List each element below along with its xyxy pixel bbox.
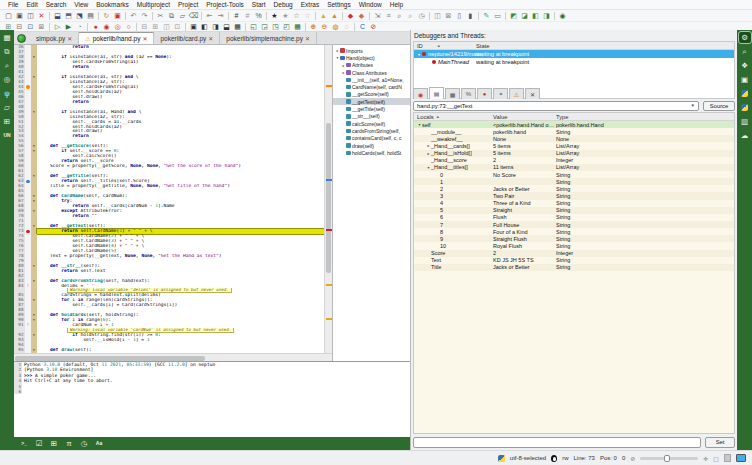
thread-row[interactable]: MainThreadwaiting at breakpoint [414, 58, 734, 66]
close-editor-icon[interactable]: ▣ [112, 11, 123, 20]
debug-script-icon[interactable]: ▶ [63, 22, 74, 31]
variable-row[interactable]: ▸_Hand__isHold[]5 itemsList/Array [414, 150, 734, 157]
zoom-fit-icon[interactable]: ◌ [341, 22, 352, 31]
outline-item-cardsfromstring-self-[interactable]: cardsFromString(self, [333, 127, 410, 134]
variable-row[interactable]: _Hand__score2Integer [414, 157, 734, 164]
uncomment-icon[interactable]: # [242, 11, 253, 20]
bookmark-next-icon[interactable]: ★ [280, 11, 291, 20]
autocomplete-icon[interactable]: ▭ [492, 11, 503, 20]
zoom-fit-icon[interactable]: ✛ [703, 455, 708, 462]
tile-icon[interactable]: ⊡ [172, 22, 183, 31]
undo-icon[interactable]: ↶ [128, 11, 139, 20]
error-prev-icon[interactable]: ◆ [356, 11, 367, 20]
reload-icon[interactable]: C [357, 22, 368, 31]
spelling-icon[interactable]: ✎ [481, 11, 492, 20]
threads-table-header[interactable]: ID▲ State [414, 42, 734, 50]
variable-row[interactable]: ▾self<pokerlib.hand.Hand obje...pokerlib… [414, 121, 734, 128]
warning-next-icon[interactable]: ▲ [318, 11, 329, 20]
search-icon[interactable]: ⌕ [394, 11, 405, 20]
tab-pokerlib-card-py[interactable]: pokerlib/card.py✕ [154, 32, 220, 44]
variable-row[interactable]: 0No ScoreString [414, 171, 734, 178]
menu-window[interactable]: Window [355, 0, 386, 9]
timer-icon[interactable]: ◷ [78, 438, 90, 449]
stack-frame-combobox[interactable]: hand.py:73:__getText▼ [413, 101, 699, 111]
save-all-icon[interactable]: ⬔ [74, 11, 85, 20]
variable-row[interactable]: Score2Integer [414, 250, 734, 257]
variables-tab[interactable]: ▦ [445, 88, 460, 99]
outline-item-containscard-self-c-c[interactable]: containsCard(self, c, c [333, 135, 410, 142]
search-next-icon[interactable]: ⌕ [405, 11, 416, 20]
save-icon[interactable]: ⬓ [52, 11, 63, 20]
outline-item-class-attributes[interactable]: ▸Class Attributes [333, 69, 410, 76]
eric-icon[interactable]: ◉ [557, 11, 568, 20]
indent-icon[interactable]: ⇥ [215, 11, 226, 20]
numbers-icon[interactable]: ⊞ [48, 438, 60, 449]
python-shell-icon[interactable] [739, 102, 751, 113]
vcs-status-icon[interactable]: ψ [1, 88, 13, 99]
trpreview-icon[interactable]: ◨ [541, 11, 552, 20]
bookmark-toggle-icon[interactable]: ★ [269, 11, 280, 20]
quickfind-mark-icon[interactable]: ⊠ [36, 22, 47, 31]
comment-icon[interactable]: # [231, 11, 242, 20]
quickfind-ext-icon[interactable]: ⊡ [25, 22, 36, 31]
variable-row[interactable]: 7Full HouseString [414, 221, 734, 228]
virtual-desktop-icon[interactable] [736, 454, 746, 462]
variable-row[interactable]: 10Royal FlushString [414, 242, 734, 249]
variable-row[interactable]: TextKD JS JH 5S TSString [414, 257, 734, 264]
stop-loading-icon[interactable]: ⊘ [368, 22, 379, 31]
outline-item-draw-self-[interactable]: draw(self) [333, 142, 410, 149]
save-as-icon[interactable]: ⬒ [63, 11, 74, 20]
close-icon[interactable]: ✕ [208, 35, 213, 42]
outline-item-holdcards-self-holdst[interactable]: holdCards(self, holdSt [333, 149, 410, 156]
redo-icon[interactable]: ↷ [139, 11, 150, 20]
window-3-icon[interactable]: ◳ [270, 22, 281, 31]
locals-table-header[interactable]: Locals▲ Value Type [414, 113, 734, 121]
find-files-icon[interactable]: ◎ [1, 74, 13, 85]
variable-row[interactable]: 1String [414, 178, 734, 185]
breakpoint-prev-icon[interactable]: ◎ [112, 22, 123, 31]
new-window-icon[interactable]: ▢ [3, 11, 14, 20]
outline-item--getscore-self-[interactable]: __getScore(self) [333, 91, 410, 98]
history-icon[interactable]: ◷ [416, 11, 427, 20]
shell-console[interactable]: 1Python 3.10.0 (default, Oct 11 2021, 05… [14, 361, 410, 437]
window-5-icon[interactable]: ▦ [292, 22, 303, 31]
profile-script-icon[interactable]: ◔ [74, 22, 85, 31]
zoom-out-icon[interactable]: ⊖ [319, 22, 330, 31]
debug-viewer-icon[interactable]: ⚙ [739, 32, 751, 43]
outline-item--gettext-self-[interactable]: __getText(self) [333, 98, 410, 105]
run-script-icon[interactable]: ▷ [52, 22, 63, 31]
menu-help[interactable]: Help [386, 0, 407, 9]
editor-horizontal-scrollbar[interactable] [14, 353, 332, 361]
plugin-repository-icon[interactable]: ⊞ [1, 116, 13, 127]
zoom-slider[interactable] [640, 457, 698, 460]
splitter-handle[interactable] [724, 454, 731, 462]
stream-comment-icon[interactable]: % [253, 11, 264, 20]
window-1-icon[interactable]: ◱ [248, 22, 259, 31]
variable-row[interactable]: 3Two PairString [414, 192, 734, 199]
menu-settings[interactable]: Settings [323, 0, 355, 9]
zoom-reset-icon[interactable]: ◍ [330, 22, 341, 31]
window-2-icon[interactable]: ◲ [259, 22, 270, 31]
variable-set-input[interactable] [413, 437, 701, 448]
copy-icon[interactable]: ⧉ [166, 11, 177, 20]
task-list-icon[interactable]: ☑ [33, 438, 45, 449]
open-project-icon[interactable]: ◫ [25, 11, 36, 20]
designer-icon[interactable]: ◩ [508, 11, 519, 20]
open-file-icon[interactable]: ▣ [14, 11, 25, 20]
variable-row[interactable]: 2Jacks or BetterString [414, 185, 734, 192]
translator-icon[interactable]: Aa [93, 438, 105, 449]
close-icon[interactable]: ✕ [305, 35, 310, 42]
editor-vertical-scrollbar[interactable] [324, 45, 332, 353]
bookmark-clear-icon[interactable]: ☆ [302, 11, 313, 20]
variable-row[interactable]: 5StraightString [414, 207, 734, 214]
arrange-v-icon[interactable]: ⊞ [150, 22, 161, 31]
template-python-icon[interactable] [739, 88, 751, 99]
menu-file[interactable]: File [4, 0, 22, 9]
revert-icon[interactable]: ↻ [101, 11, 112, 20]
toolbox-right-icon[interactable]: ◨ [210, 22, 221, 31]
outline-item-hand-object-[interactable]: ▾Hand(object) [333, 54, 410, 61]
variable-row[interactable]: ▸_Hand__cards[]5 itemsList/Array [414, 142, 734, 149]
outline-item-imports[interactable]: ▸Imports [333, 47, 410, 54]
source-button[interactable]: Source [703, 101, 735, 111]
pi-calculator-icon[interactable]: π [63, 438, 75, 449]
